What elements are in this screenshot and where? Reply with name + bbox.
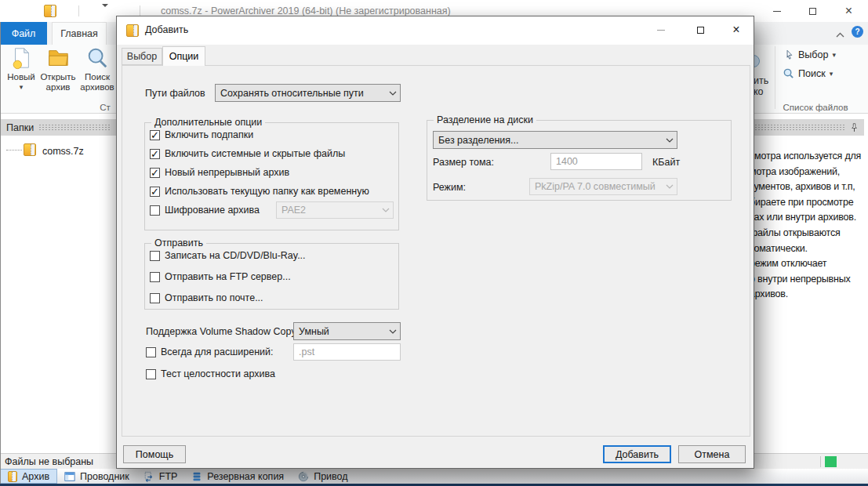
search-archives-button[interactable]: Поиск архивов <box>77 46 118 92</box>
help-icon[interactable]: ? <box>852 26 863 38</box>
status-text: Файлы не выбраны <box>5 456 93 467</box>
select-files-button[interactable]: Выбор ▾ <box>784 49 836 60</box>
dialog-close-button[interactable]: × <box>719 18 754 42</box>
volume-size-input <box>551 154 641 169</box>
ribbon-group-divider <box>775 46 775 109</box>
window-title: comss.7z - PowerArchiver 2019 (64-bit) (… <box>161 5 451 16</box>
ribbon-tab-file[interactable]: Файл <box>0 22 47 45</box>
dialog-minimize-button[interactable] <box>644 18 678 42</box>
chevron-down-icon <box>663 184 677 189</box>
archive-icon <box>8 471 17 482</box>
archive-dialog-icon <box>126 24 139 37</box>
bottom-tab-label: Проводник <box>80 471 129 482</box>
close-button[interactable]: × <box>831 0 866 22</box>
minimize-icon <box>773 11 781 12</box>
volume-size-field <box>550 153 642 170</box>
bottom-tab-label: Архив <box>22 471 49 482</box>
titlebar-separator <box>78 5 79 16</box>
dialog-tab-options[interactable]: Опции <box>162 46 205 66</box>
search-icon <box>85 46 109 70</box>
bottom-tab-archive[interactable]: Архив <box>0 469 57 484</box>
dialog-maximize-button[interactable] <box>683 18 717 42</box>
clipped-button-label-line1: ить <box>754 75 768 86</box>
chevron-down-icon <box>663 138 677 143</box>
send-group: Отправить Записать на CD/DVD/Blu-Ray... … <box>144 243 399 310</box>
bottom-tab-strip: Архив Проводник FTP Резервная <box>0 469 868 484</box>
encryption-method-combobox: PAE2 <box>276 201 394 219</box>
extensions-row[interactable]: Всегда для расширений: <box>146 346 274 357</box>
status-divider <box>820 456 821 467</box>
group-title: Разделение на диски <box>434 114 536 125</box>
new-document-icon <box>9 46 33 70</box>
preview-panel-header <box>746 119 864 136</box>
integrity-row[interactable]: Тест целостности архива <box>146 368 275 379</box>
volume-size-unit: КБайт <box>652 157 680 168</box>
chevron-down-icon <box>379 208 393 212</box>
bottom-tab-backup[interactable]: Резервная копия <box>184 469 291 484</box>
checkbox-label: Включить подпапки <box>165 129 253 140</box>
checkbox[interactable] <box>150 149 160 159</box>
tree-item-archive[interactable]: comss.7z <box>42 146 84 157</box>
checkbox[interactable] <box>150 272 160 282</box>
collapse-ribbon-icon[interactable] <box>836 29 844 40</box>
file-paths-combobox[interactable]: Сохранять относительные пути <box>215 84 401 102</box>
burn-cd-row[interactable]: Записать на CD/DVD/Blu-Ray... <box>150 250 306 261</box>
mode-value: PkZip/PA 7.0 совместимый <box>530 181 663 192</box>
checkbox-label: Тест целостности архива <box>161 368 275 379</box>
minimize-button[interactable] <box>759 0 794 22</box>
open-archive-button[interactable]: Открыть архив <box>39 46 77 92</box>
checkbox-label: Отправить на FTP сервер... <box>165 271 291 282</box>
checkbox[interactable] <box>150 293 160 303</box>
add-button[interactable]: Добавить <box>603 445 671 463</box>
encryption-method-value: PAE2 <box>277 205 379 216</box>
solid-archive-row[interactable]: Новый непрерывный архив <box>150 167 289 178</box>
file-paths-value: Сохранять относительные пути <box>216 88 386 99</box>
maximize-button[interactable] <box>795 0 830 22</box>
backup-icon <box>191 471 202 482</box>
maximize-icon <box>809 8 816 15</box>
help-button[interactable]: Помощь <box>123 445 186 463</box>
disc-icon <box>298 471 309 482</box>
checkbox[interactable] <box>146 347 156 357</box>
vss-combobox[interactable]: Умный <box>293 322 401 340</box>
ribbon-tab-home[interactable]: Главная <box>52 22 107 45</box>
file-paths-label: Пути файлов <box>145 88 205 99</box>
tree-branch-line <box>6 150 22 151</box>
vss-value: Умный <box>294 326 386 337</box>
bottom-tab-explorer[interactable]: Проводник <box>57 469 136 484</box>
checkbox-label: Шифрование архива <box>165 205 260 216</box>
quick-access-chevron-icon[interactable] <box>102 7 110 18</box>
pin-icon[interactable] <box>849 122 864 133</box>
window-left-edge <box>0 22 1 484</box>
cancel-button[interactable]: Отмена <box>678 445 746 463</box>
checkbox[interactable] <box>150 205 160 216</box>
dialog-title: Добавить <box>145 24 188 35</box>
include-subfolders-row[interactable]: Включить подпапки <box>150 129 253 140</box>
send-mail-row[interactable]: Отправить по почте... <box>150 292 263 303</box>
mode-combobox: PkZip/PA 7.0 совместимый <box>529 178 677 195</box>
checkbox[interactable] <box>150 168 160 178</box>
encrypt-archive-row[interactable]: Шифрование архива <box>150 205 260 216</box>
bottom-tab-label: Привод <box>314 471 347 482</box>
dialog-tab-selection[interactable]: Выбор <box>122 48 162 65</box>
titlebar-separator <box>140 5 140 16</box>
include-hidden-files-row[interactable]: Включить системные и скрытые файлы <box>150 148 345 159</box>
checkbox[interactable] <box>150 130 160 140</box>
spanning-combobox[interactable]: Без разделения... <box>433 131 677 149</box>
volume-size-label: Размер тома: <box>433 157 494 168</box>
new-archive-button[interactable]: Новый ▾ <box>3 46 39 92</box>
send-ftp-row[interactable]: Отправить на FTP сервер... <box>150 271 291 282</box>
folders-panel-title: Папки <box>0 122 34 133</box>
ribbon-group-start-label: Ст <box>94 103 116 112</box>
use-current-folder-row[interactable]: Использовать текущую папку как временную <box>150 186 369 197</box>
archive-file-icon <box>24 143 36 156</box>
bottom-tab-drive[interactable]: Привод <box>291 469 354 484</box>
dialog-titlebar: Добавить × <box>117 16 754 45</box>
extensions-input <box>294 344 400 360</box>
find-files-button[interactable]: Поиск ▾ <box>783 67 833 79</box>
checkbox[interactable] <box>146 369 156 379</box>
checkbox[interactable] <box>150 251 160 261</box>
bottom-tab-ftp[interactable]: FTP <box>136 469 185 484</box>
checkbox[interactable] <box>150 187 160 197</box>
clipped-button-label-line2: ко <box>754 86 764 97</box>
